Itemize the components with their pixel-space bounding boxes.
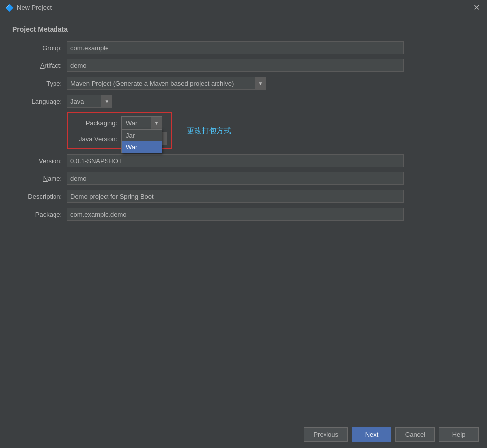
section-title: Project Metadata bbox=[12, 25, 475, 33]
packaging-dropdown-menu: Jar War bbox=[121, 129, 162, 153]
previous-button[interactable]: Previous bbox=[304, 427, 348, 442]
language-row: Language: Java Kotlin Groovy ▼ bbox=[12, 95, 475, 108]
type-select[interactable]: Maven Project (Generate a Maven based pr… bbox=[67, 77, 255, 90]
package-row: Package: bbox=[12, 208, 475, 221]
description-row: Description: bbox=[12, 190, 475, 203]
group-row: Group: bbox=[12, 41, 475, 54]
language-dropdown-icon[interactable]: ▼ bbox=[102, 95, 112, 108]
description-input[interactable] bbox=[67, 190, 404, 203]
name-row: Name: bbox=[12, 172, 475, 185]
help-button[interactable]: Help bbox=[439, 427, 479, 442]
type-dropdown-icon[interactable]: ▼ bbox=[255, 77, 266, 90]
packaging-inner-row: Packaging: War ▼ Jar War bbox=[72, 116, 167, 129]
description-label: Description: bbox=[12, 193, 67, 200]
version-input[interactable] bbox=[67, 154, 404, 167]
group-label: Group: bbox=[12, 44, 67, 52]
dialog-footer: Previous Next Cancel Help bbox=[0, 421, 487, 448]
artifact-input[interactable] bbox=[67, 59, 404, 72]
version-label: Version: bbox=[12, 157, 67, 165]
next-button[interactable]: Next bbox=[352, 427, 391, 442]
language-select[interactable]: Java Kotlin Groovy bbox=[67, 95, 102, 108]
artifact-label: Artifact: bbox=[12, 62, 67, 69]
version-row: Version: bbox=[12, 154, 475, 167]
language-label: Language: bbox=[12, 98, 67, 105]
name-label: Name: bbox=[12, 175, 67, 182]
type-row: Type: Maven Project (Generate a Maven ba… bbox=[12, 77, 475, 90]
dialog-content: Project Metadata Group: Artifact: Type: … bbox=[0, 15, 487, 421]
name-input[interactable] bbox=[67, 172, 404, 185]
java-version-label: Java Version: bbox=[72, 135, 121, 143]
packaging-highlight-box: Packaging: War ▼ Jar War bbox=[67, 112, 172, 149]
packaging-option-war[interactable]: War bbox=[122, 141, 162, 153]
packaging-option-jar[interactable]: Jar bbox=[122, 130, 162, 141]
close-button[interactable]: ✕ bbox=[471, 3, 482, 12]
package-label: Package: bbox=[12, 211, 67, 218]
type-label: Type: bbox=[12, 80, 67, 87]
packaging-value: War bbox=[121, 116, 151, 129]
cancel-button[interactable]: Cancel bbox=[395, 427, 435, 442]
annotation-text: 更改打包方式 bbox=[187, 126, 231, 136]
window-title: New Project bbox=[17, 4, 52, 11]
package-input[interactable] bbox=[67, 208, 404, 221]
packaging-label: Packaging: bbox=[72, 119, 121, 127]
new-project-dialog: 🔷 New Project ✕ Project Metadata Group: … bbox=[0, 0, 487, 448]
window-icon: 🔷 bbox=[5, 4, 14, 12]
artifact-row: Artifact: bbox=[12, 59, 475, 72]
packaging-java-section: Packaging: War ▼ Jar War bbox=[12, 112, 475, 149]
packaging-dropdown-btn[interactable]: ▼ bbox=[151, 116, 162, 129]
packaging-select-container: War ▼ Jar War bbox=[121, 116, 162, 129]
title-bar: 🔷 New Project ✕ bbox=[0, 0, 487, 15]
group-input[interactable] bbox=[67, 41, 404, 54]
